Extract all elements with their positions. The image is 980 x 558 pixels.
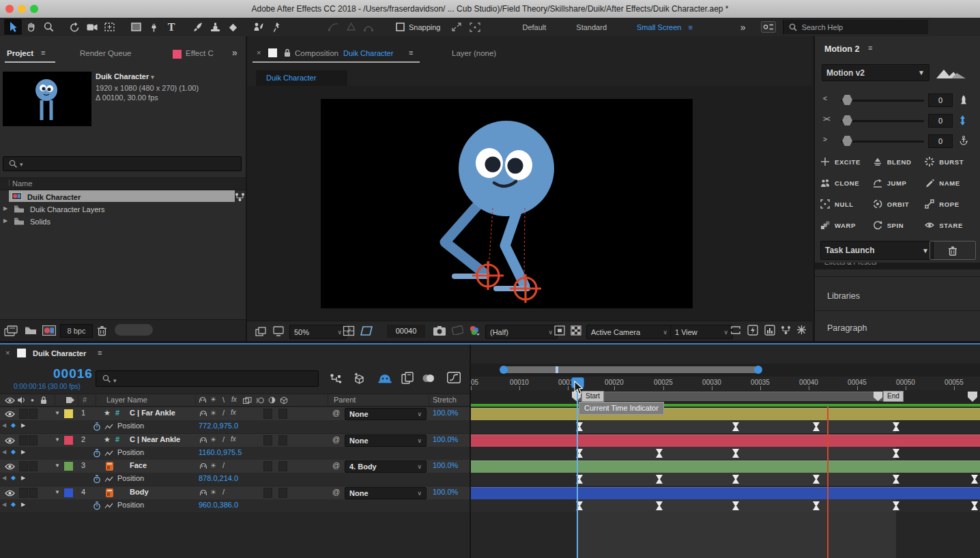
tab-project[interactable]: Project	[7, 49, 33, 57]
libraries-panel-tab[interactable]: Libraries	[827, 291, 860, 301]
expand-layer-arrow[interactable]: ▼	[55, 437, 60, 443]
expand-layer-arrow[interactable]: ▼	[55, 410, 60, 416]
layer-name[interactable]: C | Near Ankle	[130, 435, 180, 443]
solo-cell[interactable]	[29, 435, 38, 445]
rotation-tool-button[interactable]	[66, 19, 83, 35]
motion-slider-track[interactable]	[841, 100, 924, 102]
project-panel-menu-icon[interactable]: ≡	[41, 48, 45, 57]
project-item-solids[interactable]: ▶Solids	[0, 215, 246, 227]
workspace-settings-icon[interactable]	[761, 21, 776, 33]
hand-tool-button[interactable]	[22, 19, 40, 35]
motion-slider-handle[interactable]	[842, 136, 852, 146]
keyframe[interactable]	[813, 422, 820, 431]
motion-slider-handle[interactable]	[842, 95, 852, 105]
task-launch-dropdown[interactable]: Task Launch▼	[820, 241, 934, 260]
solo-cell[interactable]	[29, 461, 38, 471]
motion-button-clone[interactable]: CLONE	[820, 175, 873, 191]
pan-behind-tool-button[interactable]	[101, 19, 119, 35]
keyframe[interactable]	[971, 475, 978, 484]
interpret-footage-icon[interactable]	[4, 325, 19, 336]
zoom-tool-button[interactable]	[40, 19, 57, 35]
expand-arrows-icon[interactable]	[452, 23, 461, 31]
keyframe[interactable]	[893, 475, 899, 484]
property-name[interactable]: Position	[117, 474, 144, 482]
rectangle-tool-button[interactable]	[127, 19, 145, 35]
motion-button-burst[interactable]: BURST	[925, 153, 977, 170]
keyframe[interactable]	[893, 501, 899, 510]
graph-toggle-icon[interactable]	[104, 475, 113, 483]
viewer-pasteboard[interactable]	[247, 86, 812, 321]
keyframe[interactable]	[893, 422, 899, 431]
layer-label-color[interactable]	[64, 462, 73, 471]
shy-switch-icon[interactable]	[199, 410, 207, 417]
layer-row-c-far-ankle[interactable]: ▼1★ #C | Far Ankle☀/fx@None∨100.0%	[0, 407, 470, 421]
viewer-panel-menu-icon[interactable]: ≡	[409, 48, 413, 57]
layer-row-c-near-ankle[interactable]: ▼2★ #C | Near Ankle☀/fx@None∨100.0%	[0, 434, 470, 447]
property-value[interactable]: 1160.0,975.5	[199, 448, 242, 456]
parent-pickwhip-icon[interactable]: @	[332, 409, 340, 417]
property-value[interactable]: 878.0,214.0	[199, 474, 238, 482]
audio-cell[interactable]	[19, 409, 28, 419]
keyframe[interactable]	[813, 475, 820, 484]
layer-name[interactable]: Face	[130, 461, 147, 469]
snapshot-camera-icon[interactable]	[433, 325, 446, 336]
puppet-pin-tool-button[interactable]	[268, 19, 285, 35]
graph-toggle-icon[interactable]	[104, 450, 113, 457]
pen-tool-button[interactable]	[145, 19, 162, 35]
viewer-target-icon[interactable]	[268, 48, 277, 57]
tab-effect-controls[interactable]: Effect C	[186, 49, 214, 57]
eraser-tool-button[interactable]	[224, 19, 242, 35]
property-name[interactable]: Position	[117, 501, 144, 509]
motion-button-warp[interactable]: WARP	[820, 217, 873, 233]
prev-keyframe-button[interactable]: ◀	[2, 422, 6, 428]
always-preview-icon[interactable]	[255, 327, 266, 336]
comp-info-name[interactable]: Duik Character ▾	[96, 72, 154, 80]
tab-render-queue[interactable]: Render Queue	[80, 49, 131, 57]
viewer-subtab[interactable]: Duik Character	[256, 70, 347, 86]
viewer-timecode[interactable]: 00040	[387, 325, 425, 338]
keyframe-track-c-far-ankle[interactable]	[471, 420, 980, 433]
active-workspace-menu-icon[interactable]: ≡	[688, 23, 692, 31]
layer-duration-bar-c-far-ankle[interactable]	[471, 408, 980, 420]
project-name-column-header[interactable]: Name |	[0, 177, 246, 190]
keyframe[interactable]	[732, 475, 739, 484]
view-layout-camera-dropdown[interactable]: Active Camera∨	[586, 325, 672, 339]
view-count-dropdown[interactable]: 1 View∨	[670, 325, 733, 339]
lock-icon[interactable]	[284, 48, 291, 57]
layer-viewer-tab[interactable]: Layer (none)	[452, 49, 496, 57]
motion-button-name[interactable]: NAME	[925, 175, 977, 191]
keyframe-at-time-toggle[interactable]: ◆	[11, 422, 16, 428]
layer-label-color[interactable]	[64, 409, 73, 418]
stretch-value[interactable]: 100.0%	[433, 409, 458, 417]
solo-cell[interactable]	[29, 409, 38, 419]
keyframe[interactable]	[732, 501, 739, 510]
quality-switch-icon[interactable]: /	[222, 435, 225, 443]
stretch-value[interactable]: 100.0%	[433, 461, 458, 469]
expand-arrow-icon[interactable]: ▶	[3, 215, 8, 227]
region-of-interest-icon[interactable]	[360, 325, 373, 336]
motion-button-jump[interactable]: JUMP	[873, 175, 925, 191]
motion-slider-value[interactable]: 0	[928, 93, 953, 107]
audio-cell[interactable]	[19, 488, 28, 498]
used-in-flowchart-icon[interactable]	[235, 192, 245, 202]
prev-keyframe-button[interactable]: ◀	[2, 449, 6, 455]
new-composition-icon[interactable]	[42, 325, 56, 336]
keyframe-at-time-toggle[interactable]: ◆	[11, 474, 16, 481]
brush-tool-button[interactable]	[188, 19, 206, 35]
motion2-panel-menu-icon[interactable]: ≡	[868, 44, 872, 52]
transparency-grid-icon[interactable]	[571, 325, 581, 336]
workspace-small-screen[interactable]: Small Screen	[637, 23, 681, 31]
effects-switch-icon[interactable]: fx	[231, 409, 236, 416]
magnification-dropdown[interactable]: 50%∨	[289, 325, 347, 339]
composition-marker-line[interactable]	[827, 407, 828, 558]
keyframe-track-body[interactable]	[471, 499, 980, 512]
workspace-default[interactable]: Default	[523, 23, 547, 31]
layer-visibility-eye-icon[interactable]	[5, 463, 15, 470]
workspace-standard[interactable]: Standard	[576, 23, 607, 31]
parent-dropdown[interactable]: None∨	[345, 487, 427, 499]
audio-cell[interactable]	[19, 435, 28, 445]
next-keyframe-button[interactable]: ▶	[21, 501, 25, 508]
parent-pickwhip-icon[interactable]: @	[332, 461, 340, 469]
keyframe-track-c-near-ankle[interactable]	[471, 447, 980, 460]
new-folder-icon[interactable]	[25, 326, 37, 335]
